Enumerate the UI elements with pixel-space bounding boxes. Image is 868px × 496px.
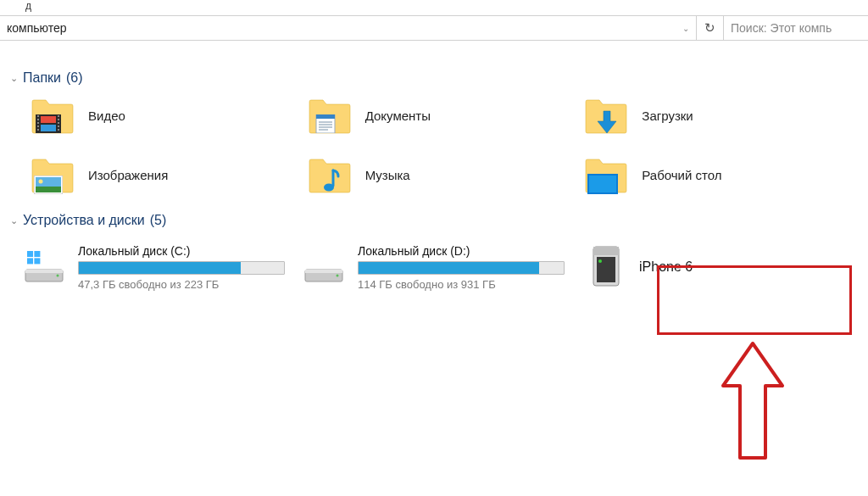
svg-rect-5 [37, 129, 39, 131]
svg-rect-30 [34, 251, 40, 257]
folder-documents[interactable]: Документы [308, 96, 585, 135]
chevron-down-icon: ⌄ [10, 73, 18, 84]
search-placeholder: Поиск: Этот компь [731, 21, 832, 35]
address-bar[interactable]: компьютер ⌄ [0, 16, 697, 40]
svg-rect-1 [37, 115, 39, 117]
folders-grid: Видео Документы Загрузки Изображения [7, 96, 861, 194]
svg-rect-9 [58, 125, 59, 127]
svg-point-35 [337, 275, 339, 277]
group-header-devices[interactable]: ⌄ Устройства и диски (5) [7, 213, 861, 228]
svg-rect-11 [41, 116, 56, 123]
svg-rect-29 [27, 251, 33, 257]
svg-rect-8 [58, 122, 59, 124]
search-input[interactable]: Поиск: Этот компь [724, 16, 868, 40]
content-area: ⌄ Папки (6) Видео Документы Загрузки [7, 64, 861, 296]
downloads-folder-icon [584, 96, 628, 135]
group-count: (5) [150, 213, 167, 228]
progress-fill [359, 262, 539, 274]
svg-rect-34 [305, 270, 342, 273]
folder-label: Музыка [365, 168, 410, 182]
window-title-fragment: д [25, 0, 31, 12]
drive-d-icon [302, 248, 346, 287]
svg-rect-2 [37, 119, 39, 120]
device-label: iPhone 6 [639, 259, 693, 275]
address-text: компьютер [7, 21, 67, 35]
refresh-button[interactable]: ↻ [697, 16, 724, 40]
folder-desktop[interactable]: Рабочий стол [584, 155, 861, 194]
svg-rect-4 [37, 125, 39, 127]
svg-rect-10 [58, 129, 59, 131]
svg-rect-21 [36, 187, 61, 192]
svg-rect-25 [589, 176, 616, 192]
svg-rect-31 [27, 258, 33, 264]
progress-fill [79, 262, 241, 274]
folder-pictures[interactable]: Изображения [31, 155, 308, 194]
svg-rect-37 [593, 247, 619, 255]
drive-c[interactable]: Локальный диск (C:) 47,3 ГБ свободно из … [22, 238, 302, 296]
documents-folder-icon [308, 96, 352, 135]
drive-progress [358, 261, 565, 275]
folder-label: Рабочий стол [642, 168, 721, 182]
drives-grid: Локальный диск (C:) 47,3 ГБ свободно из … [7, 238, 861, 296]
svg-rect-32 [34, 258, 40, 264]
drive-subtext: 114 ГБ свободно из 931 ГБ [358, 278, 565, 291]
pictures-folder-icon [31, 155, 75, 194]
folder-label: Документы [365, 109, 431, 123]
drive-subtext: 47,3 ГБ свободно из 223 ГБ [78, 278, 285, 291]
annotation-arrow-icon [719, 339, 787, 466]
address-row: компьютер ⌄ ↻ Поиск: Этот компь [0, 15, 868, 41]
svg-rect-12 [41, 125, 56, 131]
svg-rect-27 [25, 270, 63, 273]
svg-rect-7 [58, 119, 59, 120]
drive-label: Локальный диск (D:) [358, 244, 565, 258]
music-folder-icon [308, 155, 352, 194]
device-iphone[interactable]: iPhone 6 [581, 238, 861, 296]
svg-rect-6 [58, 115, 59, 117]
group-title: Папки [23, 70, 61, 86]
folder-label: Загрузки [642, 109, 693, 123]
refresh-icon: ↻ [704, 20, 715, 36]
chevron-down-icon: ⌄ [10, 215, 18, 226]
svg-point-28 [57, 275, 59, 277]
drive-c-icon [22, 248, 66, 287]
folder-label: Изображения [88, 168, 168, 182]
folder-downloads[interactable]: Загрузки [584, 96, 861, 135]
svg-rect-3 [37, 122, 39, 124]
svg-point-22 [39, 180, 43, 184]
group-title: Устройства и диски [23, 213, 145, 228]
drive-label: Локальный диск (C:) [78, 244, 285, 258]
folder-label: Видео [88, 109, 125, 123]
group-header-folders[interactable]: ⌄ Папки (6) [7, 70, 861, 86]
group-count: (6) [66, 70, 83, 86]
folder-videos[interactable]: Видео [31, 96, 308, 135]
svg-point-23 [324, 184, 334, 192]
desktop-folder-icon [584, 155, 628, 194]
svg-rect-14 [316, 114, 335, 119]
folder-music[interactable]: Музыка [308, 155, 585, 194]
device-icon [588, 245, 624, 289]
drive-progress [78, 261, 285, 275]
videos-folder-icon [31, 96, 75, 135]
svg-point-39 [598, 259, 602, 263]
chevron-down-icon[interactable]: ⌄ [682, 24, 689, 33]
drive-d[interactable]: Локальный диск (D:) 114 ГБ свободно из 9… [302, 238, 581, 296]
